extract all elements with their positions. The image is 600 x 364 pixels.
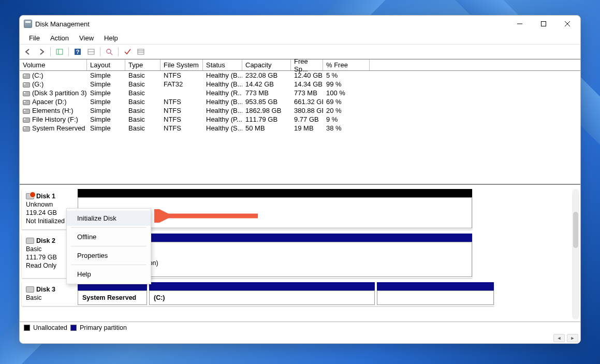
volume-pct: 20 % <box>323 107 370 114</box>
svg-rect-12 <box>138 49 144 54</box>
volume-status: Healthy (R... <box>203 89 242 97</box>
partition-system-reserved[interactable]: System Reserved <box>78 290 147 305</box>
vertical-scrollbar[interactable] <box>572 189 579 319</box>
volume-type: Basic <box>125 107 160 114</box>
disk-state: Unknown <box>26 200 74 209</box>
context-initialize-disk[interactable]: Initialize Disk <box>67 211 151 226</box>
drive-icon <box>23 82 30 88</box>
volume-fs: NTFS <box>160 124 203 132</box>
volume-pct: 100 % <box>323 89 370 97</box>
context-properties[interactable]: Properties <box>67 248 151 263</box>
partition-stripe-unallocated <box>78 189 472 197</box>
disk-info[interactable]: Disk 3 Basic <box>22 282 78 305</box>
volume-status: Healthy (S... <box>203 124 242 132</box>
volume-pct: 9 % <box>323 115 370 123</box>
volume-status: Healthy (B... <box>203 80 242 88</box>
volume-type: Basic <box>125 89 160 97</box>
disk-management-window: Disk Management File Action View Help ? <box>19 15 581 344</box>
volume-capacity: 773 MB <box>242 89 291 97</box>
swatch-unallocated-icon <box>24 325 30 331</box>
menu-action[interactable]: Action <box>45 33 74 43</box>
volume-name: (G:) <box>32 80 43 88</box>
volume-status: Healthy (B... <box>203 98 242 106</box>
column-volume[interactable]: Volume <box>20 60 87 70</box>
context-offline[interactable]: Offline <box>67 229 151 244</box>
titlebar: Disk Management <box>20 16 580 32</box>
svg-text:?: ? <box>76 49 80 55</box>
volume-name: Elements (H:) <box>32 107 73 114</box>
volume-row[interactable]: (G:) Simple Basic FAT32 Healthy (B... 14… <box>20 80 580 89</box>
menu-file[interactable]: File <box>24 33 45 43</box>
disk-error-icon <box>26 193 34 199</box>
partition-c[interactable]: (C:) <box>149 290 375 305</box>
volume-layout: Simple <box>87 115 125 123</box>
volume-layout: Simple <box>87 89 125 97</box>
partition-stripe-primary <box>149 282 375 290</box>
column-capacity[interactable]: Capacity <box>242 60 291 70</box>
context-help[interactable]: Help <box>67 267 151 282</box>
volume-capacity: 1862.98 GB <box>242 107 291 114</box>
volume-layout: Simple <box>87 98 125 106</box>
scrollbar-thumb[interactable] <box>573 212 578 248</box>
volume-row[interactable]: Elements (H:) Simple Basic NTFS Healthy … <box>20 106 580 115</box>
partition-extra[interactable] <box>377 290 494 305</box>
disk-row-3[interactable]: Disk 3 Basic System Reserved (C:) <box>22 282 494 306</box>
drive-icon <box>23 100 30 105</box>
volume-row[interactable]: (Disk 3 partition 3) Simple Basic Health… <box>20 89 580 97</box>
volume-fs: NTFS <box>160 71 203 79</box>
partition-stripe-primary <box>377 282 494 290</box>
context-menu: Initialize Disk Offline Properties Help <box>66 208 151 284</box>
drive-icon <box>23 91 30 96</box>
volume-layout: Simple <box>87 80 125 88</box>
minimize-button[interactable] <box>508 16 532 32</box>
volume-pct: 99 % <box>323 80 370 88</box>
help-button[interactable]: ? <box>71 46 84 57</box>
disk-name: Disk 1 <box>36 192 55 200</box>
column-pctfree[interactable]: % Free <box>323 60 370 70</box>
column-freespace[interactable]: Free Sp... <box>291 60 323 70</box>
volume-name: System Reserved <box>32 124 85 132</box>
menu-view[interactable]: View <box>74 33 99 43</box>
volume-type: Basic <box>125 80 160 88</box>
volume-type: Basic <box>125 71 160 79</box>
volume-layout: Simple <box>87 124 125 132</box>
volume-fs: NTFS <box>160 107 203 114</box>
drive-icon <box>23 109 30 114</box>
swatch-primary-icon <box>70 325 77 331</box>
disk-icon <box>26 238 34 244</box>
volume-row[interactable]: (C:) Simple Basic NTFS Healthy (B... 232… <box>20 71 580 80</box>
disk-state: Basic <box>26 294 74 302</box>
refresh-button[interactable] <box>103 46 115 57</box>
volume-fs: FAT32 <box>160 80 203 88</box>
partition-name: (C:) <box>154 294 370 301</box>
volume-capacity: 232.08 GB <box>242 71 291 79</box>
column-type[interactable]: Type <box>125 60 160 70</box>
show-hide-console-button[interactable] <box>53 46 66 57</box>
settings-button[interactable] <box>85 46 97 57</box>
volume-row[interactable]: File History (F:) Simple Basic NTFS Heal… <box>20 115 580 124</box>
column-filesystem[interactable]: File System <box>160 60 203 70</box>
check-button[interactable] <box>121 46 134 57</box>
volume-header-row: Volume Layout Type File System Status Ca… <box>20 60 580 71</box>
app-icon <box>24 20 32 28</box>
legend: Unallocated Primary partition <box>20 322 580 333</box>
volume-capacity: 111.79 GB <box>242 115 291 123</box>
list-button[interactable] <box>135 46 147 57</box>
volume-row[interactable]: System Reserved Simple Basic NTFS Health… <box>20 124 580 133</box>
svg-rect-4 <box>56 49 63 54</box>
column-layout[interactable]: Layout <box>87 60 125 70</box>
close-button[interactable] <box>555 16 579 32</box>
partition-name: System Reserved <box>82 294 142 301</box>
disk-partitions[interactable]: System Reserved (C:) <box>78 282 494 305</box>
scroll-right-button[interactable]: ► <box>567 334 578 342</box>
maximize-button[interactable] <box>532 16 555 32</box>
volume-row[interactable]: Apacer (D:) Simple Basic NTFS Healthy (B… <box>20 97 580 106</box>
volume-name: Apacer (D:) <box>32 98 66 106</box>
volume-free: 380.88 GB <box>291 107 323 114</box>
forward-button[interactable] <box>35 46 48 57</box>
scroll-left-button[interactable]: ◄ <box>553 334 565 342</box>
back-button[interactable] <box>22 46 34 57</box>
volume-pct: 38 % <box>323 124 370 132</box>
column-status[interactable]: Status <box>203 60 242 70</box>
menu-help[interactable]: Help <box>99 33 123 43</box>
